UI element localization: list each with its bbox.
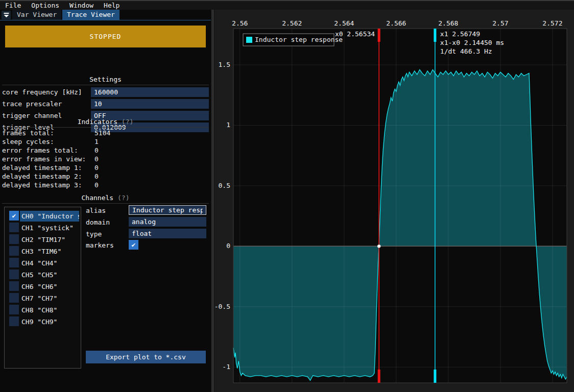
indicator-label-5: delayed timestamp 2: — [2, 173, 82, 180]
domain-label: domain — [86, 217, 110, 227]
channel-row-7[interactable]: CH7 "CH7" — [5, 292, 81, 304]
channel-name-2[interactable]: CH2 "TIM17" — [20, 234, 67, 245]
markers-checkbox[interactable]: ✔ — [129, 240, 138, 250]
panel-splitter[interactable] — [211, 10, 214, 392]
marker-x1-bottom-handle[interactable] — [434, 370, 436, 383]
channel-row-0[interactable]: ✔CH0 "Inductor st — [5, 210, 81, 222]
channel-name-9[interactable]: CH9 "CH9" — [20, 316, 59, 327]
left-panel: STOPPED Settings core frequency [kHz]tra… — [0, 20, 211, 392]
markers-label: markers — [86, 240, 114, 250]
indicator-label-6: delayed timestamp 3: — [2, 181, 82, 189]
menu-window[interactable]: Window — [64, 1, 99, 10]
channel-name-3[interactable]: CH3 "TIM6" — [20, 246, 63, 257]
y-tick-label: 1 — [226, 121, 230, 129]
menu-bar: FileOptionsWindowHelp — [0, 0, 574, 10]
channel-row-5[interactable]: CH5 "CH5" — [5, 269, 81, 281]
channels-section-title: Channels (?) — [0, 193, 211, 202]
channel-checkbox-6[interactable] — [9, 281, 19, 291]
channels-help-icon[interactable]: (?) — [117, 194, 129, 202]
x-tick-label: 2.564 — [334, 19, 354, 27]
legend-swatch — [246, 37, 252, 43]
menu-file[interactable]: File — [0, 1, 26, 10]
menu-help[interactable]: Help — [99, 1, 125, 10]
channel-checkbox-2[interactable] — [9, 234, 19, 244]
alias-label: alias — [86, 206, 106, 215]
acquisition-state-button[interactable]: STOPPED — [5, 26, 206, 47]
x-tick-label: 2.56 — [232, 19, 248, 27]
channel-row-6[interactable]: CH6 "CH6" — [5, 281, 81, 292]
domain-input[interactable] — [129, 217, 206, 227]
channel-checkbox-4[interactable] — [9, 258, 19, 267]
channel-checkbox-1[interactable] — [9, 223, 19, 232]
channel-name-0[interactable]: CH0 "Inductor st — [20, 211, 79, 222]
tab-var-viewer[interactable]: Var Viewer — [12, 10, 61, 20]
channel-row-3[interactable]: CH3 "TIM6" — [5, 246, 81, 257]
indicator-label-4: delayed timestamp 1: — [2, 164, 82, 172]
channel-name-7[interactable]: CH7 "CH7" — [20, 293, 59, 304]
setting-label-0: core frequency [kHz] — [2, 87, 82, 97]
indicators-section-title: Indicators (?) — [0, 117, 211, 126]
channel-checkbox-7[interactable] — [9, 293, 19, 303]
export-csv-button[interactable]: Export plot to *.csv — [86, 351, 206, 363]
channel-listbox[interactable]: ✔CH0 "Inductor stCH1 "systick"CH2 "TIM17… — [4, 207, 81, 369]
settings-section-title: Settings — [0, 75, 211, 84]
channel-checkbox-8[interactable] — [9, 305, 19, 314]
indicator-label-3: error frames in view: — [2, 155, 86, 163]
section-divider — [2, 203, 209, 204]
x-tick-label: 2.568 — [438, 19, 458, 27]
channel-row-4[interactable]: CH4 "CH4" — [5, 257, 81, 269]
marker-x1-readout: x1-x0 2.14450 ms — [440, 39, 504, 46]
channel-row-8[interactable]: CH8 "CH8" — [5, 304, 81, 316]
y-tick-label: 1.5 — [219, 61, 230, 68]
marker-x0-point — [377, 244, 380, 248]
alias-input[interactable] — [129, 205, 206, 215]
y-tick-label: -0.5 — [214, 303, 230, 310]
channel-row-1[interactable]: CH1 "systick" — [5, 222, 81, 234]
marker-x0-bottom-handle[interactable] — [378, 370, 380, 383]
tab-trace-viewer[interactable]: Trace Viewer — [62, 10, 119, 20]
indicator-value-1: 1 — [94, 138, 99, 145]
marker-x1-readout: x1 2.56749 — [440, 30, 480, 38]
indicator-value-3: 0 — [94, 155, 99, 163]
tab-strip: Var ViewerTrace Viewer — [0, 10, 211, 20]
channel-name-6[interactable]: CH6 "CH6" — [20, 281, 59, 292]
tab-list-dropdown-icon — [4, 12, 9, 18]
indicator-label-1: sleep cycles: — [2, 138, 54, 145]
channel-row-2[interactable]: CH2 "TIM17" — [5, 234, 81, 246]
tab-list-dropdown-button[interactable] — [2, 11, 11, 19]
channel-checkbox-0[interactable]: ✔ — [9, 211, 19, 220]
channel-name-1[interactable]: CH1 "systick" — [20, 223, 75, 233]
menu-options[interactable]: Options — [26, 1, 64, 10]
x-tick-label: 2.562 — [282, 19, 302, 27]
type-label: type — [86, 229, 102, 239]
channel-name-8[interactable]: CH8 "CH8" — [20, 305, 59, 315]
marker-x0-top-handle[interactable] — [378, 29, 380, 42]
channel-name-5[interactable]: CH5 "CH5" — [20, 270, 59, 280]
indicator-value-0: 5104 — [94, 129, 110, 137]
trace-plot-panel: 2.562.5622.5642.5662.5682.572.5721.510.5… — [214, 10, 574, 392]
trace-plot[interactable]: 2.562.5622.5642.5662.5682.572.5721.510.5… — [214, 10, 574, 392]
channel-name-4[interactable]: CH4 "CH4" — [20, 258, 59, 268]
setting-input-trace-prescaler[interactable] — [91, 99, 209, 109]
type-input[interactable] — [129, 229, 206, 238]
marker-x1-readout: 1/dt 466.3 Hz — [440, 47, 492, 55]
channel-row-9[interactable]: CH9 "CH9" — [5, 316, 81, 328]
x-tick-label: 2.572 — [542, 19, 562, 27]
setting-input-core-frequency-kHz-[interactable] — [91, 87, 209, 97]
marker-x1-top-handle[interactable] — [434, 29, 436, 42]
y-tick-label: 0.5 — [219, 182, 230, 189]
indicator-value-6: 0 — [94, 181, 99, 189]
channel-checkbox-9[interactable] — [9, 316, 19, 326]
y-tick-label: 0 — [226, 242, 230, 250]
section-divider — [2, 127, 209, 128]
channel-checkbox-5[interactable] — [9, 270, 19, 279]
legend-label: Inductor step response — [255, 36, 343, 43]
x-tick-label: 2.566 — [386, 19, 406, 27]
indicator-value-2: 0 — [94, 146, 99, 154]
section-divider — [2, 85, 209, 85]
channel-checkbox-3[interactable] — [9, 246, 19, 256]
indicator-value-4: 0 — [94, 164, 99, 172]
indicators-help-icon[interactable]: (?) — [122, 118, 133, 126]
setting-label-1: trace prescaler — [2, 99, 62, 109]
x-tick-label: 2.57 — [492, 19, 508, 27]
